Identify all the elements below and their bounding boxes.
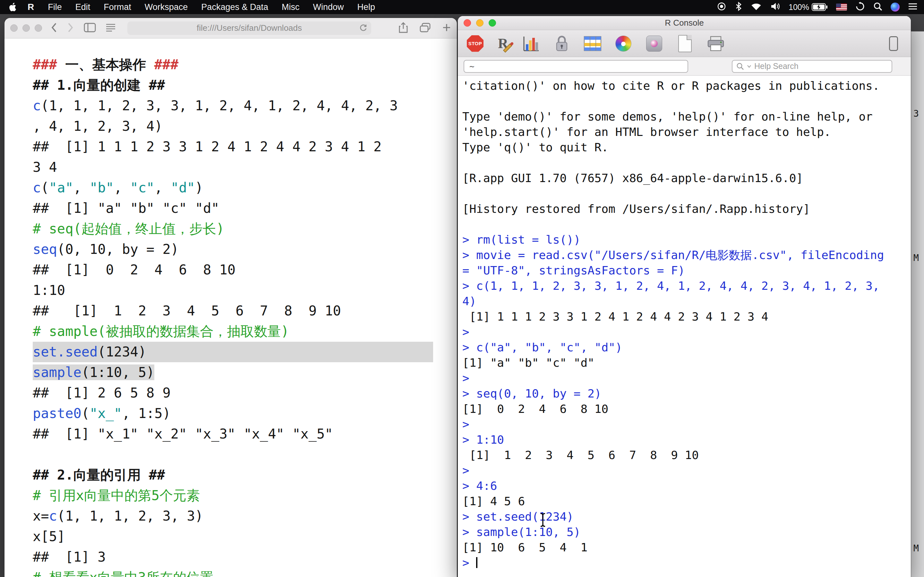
working-directory-value: ~: [469, 61, 475, 71]
volume-icon[interactable]: [770, 2, 780, 12]
working-directory-field[interactable]: ~: [464, 60, 688, 73]
console-line: [1] 1 2 3 4 5 6 7 8 9 10: [462, 448, 906, 463]
console-line: [1] 1 1 1 2 3 3 1 2 4 1 2 4 4 2 3 4 1 2 …: [462, 309, 906, 324]
console-line: > c(1, 1, 1, 2, 3, 3, 1, 2, 4, 1, 2, 4, …: [462, 278, 906, 293]
doc-line: ## [1] 1 1 1 2 3 3 1 2 4 1 2 4 4 2 3 4 1…: [33, 137, 433, 157]
new-document-button[interactable]: [674, 32, 696, 55]
console-line: >: [462, 324, 906, 340]
menu-workspace[interactable]: Workspace: [138, 2, 195, 12]
back-icon[interactable]: [50, 22, 57, 34]
doc-line: # 想看看x向量中3所在的位置: [33, 567, 433, 577]
r-console-window: R Console STOP R ~: [458, 16, 911, 577]
doc-line: ## [1] 1 2 3 4 5 6 7 8 9 10: [33, 301, 433, 321]
edit-source-button[interactable]: R: [494, 35, 512, 52]
new-tab-icon[interactable]: [442, 23, 451, 33]
console-line: Type 'q()' to quit R.: [462, 140, 906, 155]
sidebar-icon[interactable]: [84, 23, 96, 34]
text-caret: [476, 557, 477, 568]
doc-line: ## 2.向量的引用 ##: [33, 465, 433, 485]
menu-misc[interactable]: Misc: [275, 2, 306, 12]
address-url: file:///Users/sifan/Downloads: [197, 23, 302, 33]
print-button[interactable]: [704, 32, 727, 55]
bluetooth-icon[interactable]: [735, 2, 742, 13]
doc-line: ## [1] "a" "b" "c" "d": [33, 198, 433, 219]
tab-overview-icon[interactable]: [420, 23, 431, 34]
quartz-icon[interactable]: [643, 32, 666, 55]
input-language-flag-icon[interactable]: [836, 3, 847, 11]
battery-indicator[interactable]: 100%: [788, 3, 828, 12]
doc-line: ## [1] 0 2 4 6 8 10: [33, 259, 433, 280]
reload-icon[interactable]: [359, 24, 367, 35]
app-menu-title[interactable]: R: [21, 2, 41, 12]
doc-line: # seq(起始值，终止值，步长): [33, 219, 433, 239]
reader-icon[interactable]: [105, 23, 116, 33]
stop-button[interactable]: STOP: [464, 32, 487, 55]
doc-line: c("a", "b", "c", "d"): [33, 177, 433, 198]
wifi-icon[interactable]: [751, 2, 762, 12]
console-line: [462, 93, 906, 109]
console-line: [R.app GUI 1.70 (7657) x86_64-apple-darw…: [462, 171, 906, 186]
r-console-fields-row: ~ Help Search: [458, 57, 911, 76]
help-search-placeholder: Help Search: [754, 61, 798, 71]
menu-file[interactable]: File: [41, 2, 69, 12]
console-line: > c("a", "b", "c", "d"): [462, 340, 906, 355]
console-line: Type 'demo()' for some demos, 'help()' f…: [462, 109, 906, 124]
doc-line: c(1, 1, 1, 2, 3, 3, 1, 2, 4, 1, 2, 4, 4,…: [33, 95, 433, 116]
menu-packages-data[interactable]: Packages & Data: [194, 2, 275, 12]
doc-line: 1:10: [33, 280, 433, 301]
address-bar[interactable]: file:///Users/sifan/Downloads: [128, 21, 371, 35]
doc-line: ### 一、基本操作 ###: [33, 55, 433, 75]
close-button[interactable]: [464, 19, 471, 27]
r-console-toolbar: STOP R: [458, 30, 911, 57]
close-button[interactable]: [10, 24, 18, 32]
battery-percent-label: 100%: [788, 3, 809, 12]
console-output[interactable]: 'citation()' on how to cite R or R packa…: [458, 76, 911, 577]
menu-edit[interactable]: Edit: [69, 2, 97, 12]
forward-icon[interactable]: [67, 22, 74, 34]
menu-format[interactable]: Format: [97, 2, 138, 12]
console-line: 'citation()' on how to cite R or R packa…: [462, 78, 906, 93]
menu-window[interactable]: Window: [306, 2, 351, 12]
apple-menu-icon[interactable]: [6, 2, 21, 12]
console-line: > set.seed(1234): [462, 509, 906, 524]
console-line: > 1:10: [462, 432, 906, 448]
doc-line: # 引用x向量中的第5个元素: [33, 485, 433, 506]
strip-char: M: [913, 253, 919, 263]
menu-help[interactable]: Help: [351, 2, 382, 12]
r-window-controls: [464, 19, 496, 27]
control-center-icon[interactable]: [908, 3, 918, 11]
doc-line: sample(1:10, 5): [33, 362, 433, 383]
data-table-button[interactable]: [581, 32, 604, 55]
lock-icon[interactable]: [550, 32, 573, 55]
r-console-titlebar[interactable]: R Console: [458, 16, 911, 30]
console-line: >: [462, 463, 906, 478]
spotlight-icon[interactable]: [873, 2, 882, 12]
color-wheel-icon[interactable]: [612, 32, 635, 55]
doc-line: ## 1.向量的创建 ##: [33, 75, 433, 95]
sidebar-toggle-icon[interactable]: [882, 32, 905, 55]
console-line: > rm(list = ls()): [462, 232, 906, 247]
console-line: [462, 217, 906, 232]
console-line: [1] 4 5 6: [462, 494, 906, 509]
strip-char: 3: [913, 108, 919, 119]
doc-line: paste0("x_", 1:5): [33, 403, 433, 424]
console-line: > movie = read.csv("/Users/sifan/R/电影数据.…: [462, 247, 906, 263]
share-icon[interactable]: [399, 22, 408, 35]
screen-record-icon[interactable]: [717, 2, 726, 13]
plot-chart-button[interactable]: [519, 32, 543, 55]
zoom-button[interactable]: [35, 24, 42, 32]
doc-line: [33, 444, 433, 465]
document-content: ### 一、基本操作 ##### 1.向量的创建 ##c(1, 1, 1, 2,…: [5, 39, 457, 577]
minimize-button[interactable]: [23, 24, 30, 32]
help-search-field[interactable]: Help Search: [732, 60, 892, 73]
safari-window: file:///Users/sifan/Downloads ### 一、基本操作…: [5, 18, 457, 577]
minimize-button[interactable]: [476, 19, 483, 27]
zoom-button[interactable]: [489, 19, 496, 27]
siri-icon[interactable]: [891, 3, 900, 11]
doc-line: set.seed(1234): [33, 342, 433, 362]
console-line: >: [462, 371, 906, 386]
time-machine-icon[interactable]: [855, 2, 865, 13]
doc-line: # sample(被抽取的数据集合，抽取数量): [33, 321, 433, 342]
console-line: [1] "a" "b" "c" "d": [462, 355, 906, 371]
console-line: 'help.start()' for an HTML browser inter…: [462, 124, 906, 140]
